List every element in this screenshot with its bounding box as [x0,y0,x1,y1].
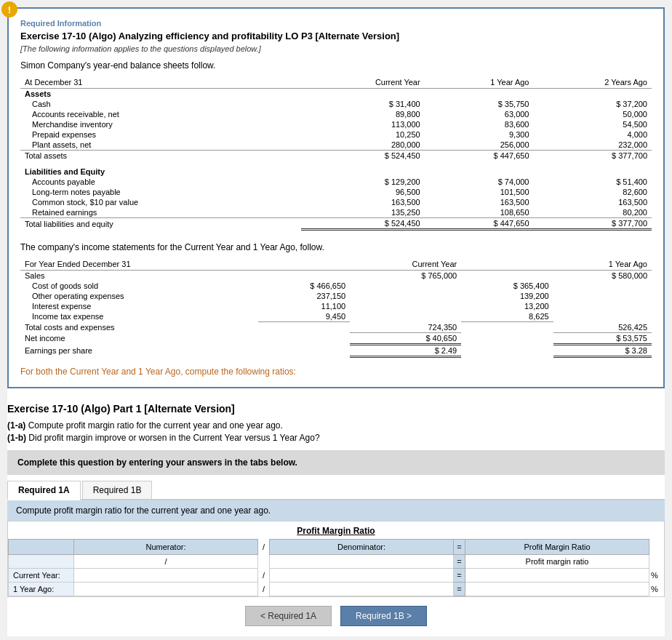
assets-header: Assets [20,89,652,100]
eps-row: Earnings per share $ 2.49 $ 3.28 [20,344,652,356]
is-col-header-cy-indent [258,258,350,271]
table-row: Common stock, $10 par value 163,500 163,… [20,197,652,207]
cy-percent-label: % [649,568,664,582]
balance-sheet-table: At December 31 Current Year 1 Year Ago 2… [20,76,652,231]
q1a-bold: (1-a) [7,420,25,431]
info-icon: ! [1,1,17,17]
ya-result-input[interactable] [477,585,637,593]
table-row: Cash $ 31,400 $ 35,750 $ 37,200 [20,99,652,109]
bs-col-header-ya2: 2 Years Ago [534,76,652,89]
tabs-row[interactable]: Required 1A Required 1B [7,481,665,500]
bs-col-header-label: At December 31 [20,76,301,89]
pm-col-equals: = [454,539,465,554]
table-row: Interest expense 11,100 13,200 [20,301,652,311]
q1a-rest: Compute profit margin ratio for the curr… [28,420,283,431]
profit-margin-header: Profit Margin Ratio [8,521,664,539]
q1b-bold: (1-b) [7,433,26,443]
bs-col-header-cy: Current Year [301,76,424,89]
table-row: Cost of goods sold $ 466,650 $ 365,400 [20,281,652,291]
income-statement-table: For Year Ended December 31 Current Year … [20,258,652,358]
table-row: Plant assets, net 280,000 256,000 232,00… [20,140,652,151]
table-row: Sales $ 765,000 $ 580,000 [20,271,652,281]
ya-percent-label: % [649,582,664,596]
pm-col-pct-spacer [649,539,664,554]
required-label: Required Information [20,19,652,28]
complete-box-text: Complete this question by entering your … [17,457,297,468]
exercise-title-main: Exercise 17-10 (Algo) Analyzing efficien… [20,31,652,41]
exercise-part-title: Exercise 17-10 (Algo) Part 1 [Alternate … [7,403,665,415]
table-row: Long-term notes payable 96,500 101,500 8… [20,187,652,197]
pm-col-result: Profit Margin Ratio [465,539,649,554]
net-income-row: Net income $ 40,650 $ 53,575 [20,332,652,344]
pm-one-year-ago-row: 1 Year Ago: / = % [9,582,664,596]
cy-numerator-input[interactable] [86,571,246,580]
table-row: Prepaid expenses 10,250 9,300 4,000 [20,129,652,140]
total-liabilities-row: Total liabilities and equity $ 524,450 $… [20,218,652,230]
next-button[interactable]: Required 1B > [340,606,427,626]
pm-col-denominator: Denominator: [270,539,454,554]
exercise-section: Exercise 17-10 (Algo) Part 1 [Alternate … [7,397,665,636]
pm-col-label [9,539,74,554]
is-col-header-cy: Current Year [350,258,461,271]
company-intro: Simon Company's year-end balance sheets … [20,60,652,71]
table-row: Accounts payable $ 129,200 $ 74,000 $ 51… [20,177,652,187]
liabilities-header: Liabilities and Equity [20,167,652,177]
nav-buttons: < Required 1A Required 1B > [7,606,665,631]
table-row: Retained earnings 135,250 108,650 80,200 [20,207,652,218]
cy-denominator-input[interactable] [281,571,441,580]
bs-col-header-ya1: 1 Year Ago [425,76,534,89]
tab-required-1b[interactable]: Required 1B [82,481,153,499]
pm-col-slash: / [258,539,270,554]
is-col-header-label: For Year Ended December 31 [20,258,258,271]
for-both-text: For both the Current Year and 1 Year Ago… [20,367,652,377]
table-row: Accounts receivable, net 89,800 63,000 5… [20,109,652,119]
pm-current-year-row: Current Year: / = % [9,568,664,582]
cy-result-input[interactable] [477,571,637,580]
profit-margin-container: Profit Margin Ratio Numerator: / Denomin… [7,521,665,597]
table-row: Total costs and expenses 724,350 526,425 [20,322,652,333]
pm-col-numerator: Numerator: [74,539,258,554]
total-assets-row: Total assets $ 524,450 $ 447,650 $ 377,7… [20,151,652,161]
complete-box: Complete this question by entering your … [7,450,665,475]
tab-required-1a[interactable]: Required 1A [7,481,81,500]
income-intro: The company's income statements for the … [20,242,652,252]
profit-margin-table: Numerator: / Denominator: = Profit Margi… [8,539,664,596]
question-1a: (1-a) Compute profit margin ratio for th… [7,420,665,431]
tab-content-description: Compute profit margin ratio for the curr… [7,500,665,521]
pm-result-header-label: Profit margin ratio [465,554,649,568]
required-info-box: ! Required Information Exercise 17-10 (A… [7,7,665,388]
exercise-subtitle: [The following information applies to th… [20,44,652,53]
prev-button[interactable]: < Required 1A [245,606,332,626]
q1b-rest: Did profit margin improve or worsen in t… [28,433,319,443]
table-row: Income tax expense 9,450 8,625 [20,311,652,322]
table-row: Merchandise inventory 113,000 83,600 54,… [20,119,652,129]
is-col-header-ya-indent [461,258,553,271]
table-row: Other operating expenses 237,150 139,200 [20,291,652,301]
question-1b: (1-b) Did profit margin improve or worse… [7,433,665,443]
pm-header-label-row: / = Profit margin ratio [9,554,664,568]
ya-numerator-input[interactable] [86,585,246,593]
is-col-header-ya: 1 Year Ago [553,258,652,271]
blue-bar-text: Compute profit margin ratio for the curr… [16,505,271,516]
ya-denominator-input[interactable] [281,585,441,593]
